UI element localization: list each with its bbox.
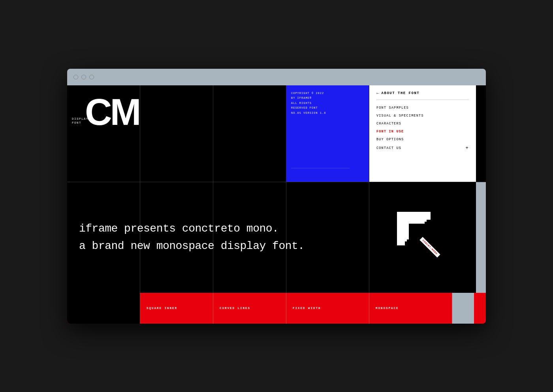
nav-menu[interactable]: ← ABOUT THE FONT FONT SAPMPLES VISUAL & … — [369, 85, 476, 182]
bottom-col-curved-lines: CURVED LINES — [213, 293, 286, 324]
browser-content: DISPLAY FONT CM COPYRIGHT © 2022 BY IFRA… — [67, 85, 486, 324]
menu-item-characters[interactable]: CHARACTERS — [376, 120, 469, 128]
bottom-section: SQUARE INNER CURVED LINES FIXED WIDTH MO… — [67, 293, 486, 324]
browser-dot-3 — [89, 75, 94, 79]
menu-title-row: ← ABOUT THE FONT — [376, 91, 469, 100]
browser-window: DISPLAY FONT CM COPYRIGHT © 2022 BY IFRA… — [67, 69, 486, 324]
label-fixed-width: FIXED WIDTH — [293, 307, 321, 310]
menu-title-text: ABOUT THE FONT — [382, 91, 420, 95]
mid-gray-strip — [476, 182, 486, 293]
col-brand: DISPLAY FONT — [67, 85, 140, 182]
plus-icon: + — [466, 145, 469, 151]
middle-section: CONCRT-MONO iframe presents conctreto mo… — [67, 182, 486, 293]
bottom-col-monospace: MONOSPACE — [369, 293, 452, 324]
menu-item-visual-speciments[interactable]: VISUAL & SPECIMENTS — [376, 112, 469, 120]
bottom-col-square-inner: SQUARE INNER — [140, 293, 213, 324]
menu-item-contact-us[interactable]: CONTACT US + — [376, 143, 469, 153]
col2-empty — [140, 85, 213, 182]
menu-item-font-samples[interactable]: FONT SAPMPLES — [376, 104, 469, 112]
copyright-text: COPYRIGHT © 2022 BY IFRAME® ALL RIGHTS R… — [291, 91, 364, 116]
browser-dot-1 — [73, 75, 78, 79]
bottom-col-fixed-width: FIXED WIDTH — [286, 293, 369, 324]
mid-col4 — [286, 182, 369, 293]
browser-bar — [67, 69, 486, 85]
label-curved-lines: CURVED LINES — [220, 307, 250, 310]
mid-col5: CONCRT-MONO — [369, 182, 476, 293]
label-monospace: MONOSPACE — [376, 307, 399, 310]
browser-dot-2 — [81, 75, 86, 79]
display-font-label: DISPLAY FONT — [72, 117, 135, 125]
back-arrow-icon: ← — [376, 91, 379, 96]
col-copyright: COPYRIGHT © 2022 BY IFRAME® ALL RIGHTS R… — [286, 85, 369, 182]
label-square-inner: SQUARE INNER — [147, 307, 177, 310]
blue-divider — [291, 168, 350, 168]
bottom-col-0 — [67, 293, 140, 324]
menu-item-font-in-use[interactable]: FONT IN USE — [376, 128, 469, 136]
mid-col3 — [213, 182, 286, 293]
mid-col1 — [67, 182, 140, 293]
mid-col2 — [140, 182, 213, 293]
col3-empty — [213, 85, 286, 182]
menu-item-buy-options[interactable]: BUY OPTIONS — [376, 136, 469, 143]
arrow-area: CONCRT-MONO — [395, 210, 450, 265]
top-section: DISPLAY FONT CM COPYRIGHT © 2022 BY IFRA… — [67, 85, 486, 182]
bottom-gray-strip — [452, 293, 474, 324]
